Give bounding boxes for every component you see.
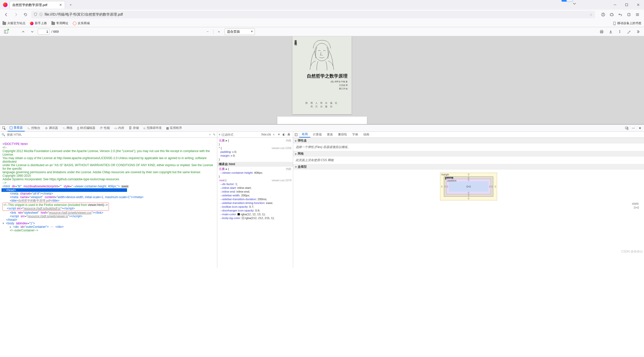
layout-pane: 布局 计算值 更改 兼容性 字体 动画 弹性盒 选择一个弹性 (Flex) 容器… (293, 132, 644, 268)
boxmodel-section-header[interactable]: 盒模型 (293, 164, 644, 170)
page-number-input[interactable] (38, 29, 49, 35)
svg-rect-0 (626, 4, 628, 6)
bookmark-star-icon[interactable]: ☆ (590, 13, 593, 17)
browser-tab[interactable]: 自然哲学的数学原理.pdf ✕ (10, 1, 65, 9)
app-menu-icon[interactable] (633, 11, 641, 18)
html-tree[interactable]: <!DOCTYPE html> <!-- Copyright 2012 Mozi… (0, 138, 217, 268)
bookmark-getting-started[interactable]: 新手上路 (30, 21, 47, 25)
svg-point-2 (603, 14, 604, 15)
tab-style-editor[interactable]: {}样式编辑器 (75, 125, 97, 131)
text-selection-icon[interactable]: I (616, 28, 623, 35)
flexbox-section-header[interactable]: 弹性盒 (293, 138, 644, 144)
close-tab-icon[interactable]: ✕ (59, 3, 62, 7)
layout-tab-changes[interactable]: 更改 (324, 132, 335, 137)
prev-page-button[interactable] (20, 28, 27, 35)
more-tools-button[interactable] (634, 28, 641, 35)
layout-sidebar-icon[interactable] (293, 133, 299, 136)
page-total: / 669 (51, 30, 59, 33)
svg-point-10 (315, 43, 329, 61)
draw-icon[interactable] (625, 28, 632, 35)
url-input[interactable] (45, 13, 588, 17)
book-title: 自然哲学之数学原理 (307, 73, 348, 79)
bookmark-jd[interactable]: 京东商城 (73, 21, 90, 25)
tab-performance[interactable]: ⏱性能 (98, 125, 112, 131)
grid-section-header[interactable]: 网格 (293, 151, 644, 157)
extensions-icon[interactable] (608, 11, 616, 18)
forward-button[interactable] (12, 11, 20, 18)
next-page-button[interactable] (29, 28, 36, 35)
mobile-icon (613, 22, 616, 25)
svg-rect-16 (295, 133, 297, 136)
minimize-button[interactable] (609, 0, 621, 10)
maximize-button[interactable] (621, 0, 632, 10)
pdf-viewer[interactable]: 世界历史进程的书 自然哲学之数学原理 [英] 伊萨克·牛顿 著 王克迪 译 黄江… (0, 36, 644, 124)
layout-tab-layout[interactable]: 布局 (299, 132, 310, 137)
tab-strip: 自然哲学的数学原理.pdf ✕ ＋ (0, 0, 644, 10)
layout-tab-compat[interactable]: 兼容性 (335, 132, 350, 137)
firefox-icon (30, 22, 34, 25)
light-icon[interactable]: ☀ (276, 133, 281, 136)
contrast-icon[interactable]: ◐ (281, 133, 286, 136)
zoom-in-button[interactable]: ＋ (216, 28, 223, 35)
tab-title: 自然哲学的数学原理.pdf (12, 3, 47, 7)
back-button[interactable] (3, 11, 10, 18)
box-model-diagram[interactable]: margin 0 0 0 0 border 0 0 0 0 padding (440, 173, 497, 200)
html-search-bar: 🔍 ＋ ✎ (0, 132, 217, 138)
sidebar-toggle-icon[interactable] (3, 28, 10, 35)
tab-storage[interactable]: 🗄存储 (127, 125, 141, 131)
bookmark-mobile[interactable]: 移动设备上的书签 (613, 21, 641, 25)
print-button[interactable] (598, 28, 605, 35)
devtools-close-icon[interactable]: ✕ (637, 126, 643, 130)
reload-button[interactable] (22, 11, 29, 18)
styles-filter-input[interactable] (221, 133, 261, 136)
bookmark-common-urls[interactable]: 常用网址 (51, 21, 68, 25)
download-progress-icon[interactable] (561, 0, 573, 2)
book-portrait (303, 38, 341, 71)
book-publisher: 陕 西 人 民 出 版 社武 汉 出 版 社 (292, 101, 352, 108)
list-tabs-chevron-icon[interactable] (573, 2, 576, 6)
info-icon[interactable]: ⓘ (39, 12, 43, 17)
html-pane: 🔍 ＋ ✎ <!DOCTYPE html> <!-- Copyright 201… (0, 132, 217, 268)
send-to-device-icon[interactable] (625, 11, 633, 18)
responsive-mode-icon[interactable] (624, 126, 630, 130)
styles-body[interactable]: 元素 ▸ {内联} * {viewer.css:1258 padding: ▸0… (217, 138, 293, 268)
tab-accessibility[interactable]: ⦸无障碍环境 (141, 125, 164, 131)
tab-network[interactable]: ↑↓网络 (60, 125, 75, 131)
inspect-element-icon[interactable] (1, 126, 7, 130)
new-tab-button[interactable]: ＋ (67, 1, 74, 8)
layout-tab-anim[interactable]: 动画 (361, 132, 372, 137)
url-bar[interactable]: ⓘ ☆ (31, 11, 595, 18)
svg-rect-12 (10, 127, 12, 129)
tab-console[interactable]: 控制台 (25, 125, 42, 131)
jd-icon (73, 22, 76, 25)
bookmark-firefox-official[interactable]: 火狐官方站点 (3, 21, 25, 25)
zoom-select[interactable]: 适合页面 (225, 28, 255, 35)
filter-icon: ▿ (219, 133, 220, 136)
svg-rect-6 (4, 30, 8, 33)
undo-arrow-icon[interactable] (616, 11, 624, 18)
html-search-input[interactable] (7, 133, 207, 136)
account-icon[interactable] (599, 11, 607, 18)
print-sim-icon[interactable]: 🖶 (286, 133, 291, 136)
layout-tab-computed[interactable]: 计算值 (310, 132, 324, 137)
tab-inspector[interactable]: 查看器 (8, 125, 25, 131)
hov-toggle[interactable]: :hov (261, 133, 266, 136)
add-rule-icon[interactable]: ＋ (271, 133, 276, 136)
tab-debugger[interactable]: 调试器 (43, 125, 60, 131)
devtools-menu-icon[interactable]: ⋯ (630, 126, 636, 130)
tab-memory[interactable]: ▭内存 (112, 125, 126, 131)
close-window-button[interactable] (632, 0, 644, 10)
download-button[interactable] (607, 28, 614, 35)
bookmarks-bar: 火狐官方站点 新手上路 常用网址 京东商城 移动设备上的书签 (0, 20, 644, 27)
dimensions-label: 0×0 (296, 206, 641, 209)
position-label: static (296, 201, 641, 206)
zoom-out-button[interactable]: − (204, 28, 211, 35)
flexbox-section-body: 选择一个弹性 (Flex) 容器或项目以继续。 (293, 144, 644, 151)
search-icon: 🔍 (2, 133, 5, 136)
firefox-logo-icon (3, 3, 8, 7)
tab-application[interactable]: ▦应用程序 (164, 125, 184, 131)
eyedropper-icon[interactable]: ✎ (213, 133, 216, 136)
add-node-icon[interactable]: ＋ (208, 132, 211, 137)
layout-tab-fonts[interactable]: 字体 (350, 132, 361, 137)
cls-toggle[interactable]: .cls (266, 133, 271, 136)
